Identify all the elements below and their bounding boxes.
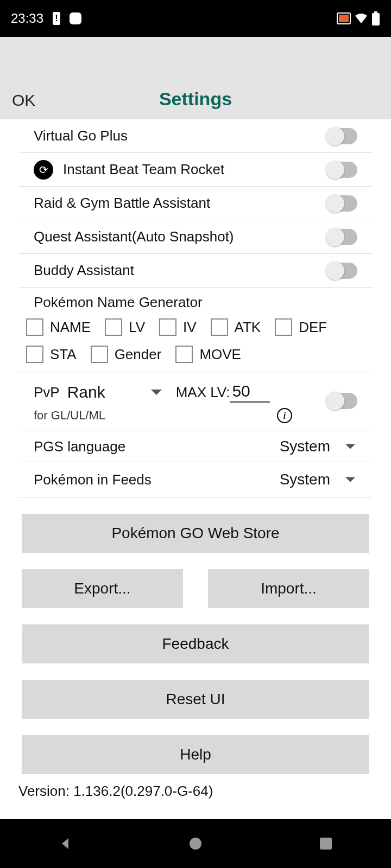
chevron-down-icon <box>345 444 355 449</box>
feeds-dropdown[interactable]: System <box>280 471 330 488</box>
recent-icon[interactable] <box>316 834 336 853</box>
sync-icon: ⟳ <box>34 160 53 180</box>
app-icon <box>70 12 81 24</box>
checkbox-gender[interactable] <box>91 346 108 363</box>
checkbox-atk[interactable] <box>211 318 228 336</box>
webstore-button[interactable]: Pokémon GO Web Store <box>22 514 369 553</box>
language-label: PGS language <box>34 438 280 455</box>
toggle-buddy[interactable] <box>327 263 357 279</box>
ok-button[interactable]: OK <box>12 91 35 110</box>
row-label: Instant Beat Team Rocket <box>63 161 327 178</box>
battery-icon <box>371 11 380 25</box>
pvp-label: PvP <box>34 384 60 401</box>
pvp-sublabel: for GL/UL/ML <box>34 409 105 423</box>
info-icon[interactable]: i <box>277 408 292 423</box>
version-text: Version: 1.136.2(0.297.0-G-64) <box>0 774 391 808</box>
svg-rect-4 <box>339 15 349 22</box>
pvp-row: PvP Rank MAX LV: <box>18 372 373 406</box>
svg-rect-8 <box>320 838 332 850</box>
row-virtual-go-plus[interactable]: Virtual Go Plus <box>18 119 373 153</box>
checkbox-def[interactable] <box>275 318 292 336</box>
row-raid-gym[interactable]: Raid & Gym Battle Assistant <box>18 187 373 220</box>
name-generator-label: Pokémon Name Generator <box>0 288 391 315</box>
import-button[interactable]: Import... <box>208 569 369 608</box>
feeds-label: Pokémon in Feeds <box>34 471 280 488</box>
home-icon[interactable] <box>186 834 205 853</box>
maxlv-input[interactable] <box>230 382 270 403</box>
toggle-instant-beat[interactable] <box>327 162 357 178</box>
svg-rect-5 <box>374 11 377 13</box>
checkbox-sta[interactable] <box>26 346 43 363</box>
maxlv-label: MAX LV: <box>176 384 230 401</box>
svg-point-7 <box>190 838 201 850</box>
navigation-bar <box>0 819 391 868</box>
toggle-raid-gym[interactable] <box>327 195 357 212</box>
language-row[interactable]: PGS language System <box>18 431 373 462</box>
row-label: Virtual Go Plus <box>34 127 327 144</box>
chevron-down-icon <box>345 477 355 482</box>
row-buddy[interactable]: Buddy Assistant <box>18 254 373 288</box>
svg-rect-6 <box>372 13 380 25</box>
row-label: Quest Assistant(Auto Snapshot) <box>34 228 327 245</box>
feeds-row[interactable]: Pokémon in Feeds System <box>18 462 373 497</box>
app-header: OK Settings <box>0 37 391 119</box>
pvp-sublabel-row: for GL/UL/ML i <box>18 406 373 431</box>
feedback-button[interactable]: Feedback <box>22 624 369 663</box>
toggle-pvp[interactable] <box>327 393 357 409</box>
export-button[interactable]: Export... <box>22 569 183 608</box>
checkbox-move[interactable] <box>175 346 193 363</box>
status-bar: 23:33 ! <box>0 0 391 37</box>
row-instant-beat[interactable]: ⟳ Instant Beat Team Rocket <box>18 153 373 187</box>
language-dropdown[interactable]: System <box>280 438 330 455</box>
row-label: Buddy Assistant <box>34 262 327 279</box>
name-generator-options: NAME LV IV ATK DEF STA Gender MOVE <box>0 315 391 372</box>
svg-text:!: ! <box>55 14 58 23</box>
pvp-rank-dropdown[interactable]: Rank <box>67 383 165 401</box>
notification-icon: ! <box>51 12 62 25</box>
row-label: Raid & Gym Battle Assistant <box>34 195 327 212</box>
cast-icon <box>337 12 351 24</box>
toggle-virtual-go-plus[interactable] <box>327 128 357 144</box>
toggle-quest[interactable] <box>327 229 357 245</box>
status-time: 23:33 <box>11 11 43 26</box>
checkbox-lv[interactable] <box>105 318 122 336</box>
checkbox-name[interactable] <box>26 318 43 336</box>
reset-ui-button[interactable]: Reset UI <box>22 680 369 719</box>
back-icon[interactable] <box>55 834 75 853</box>
page-title: Settings <box>159 88 232 110</box>
help-button[interactable]: Help <box>22 735 369 774</box>
checkbox-iv[interactable] <box>159 318 176 336</box>
chevron-down-icon <box>151 390 162 395</box>
wifi-icon <box>354 12 368 24</box>
svg-rect-2 <box>70 12 81 24</box>
row-quest[interactable]: Quest Assistant(Auto Snapshot) <box>18 220 373 254</box>
